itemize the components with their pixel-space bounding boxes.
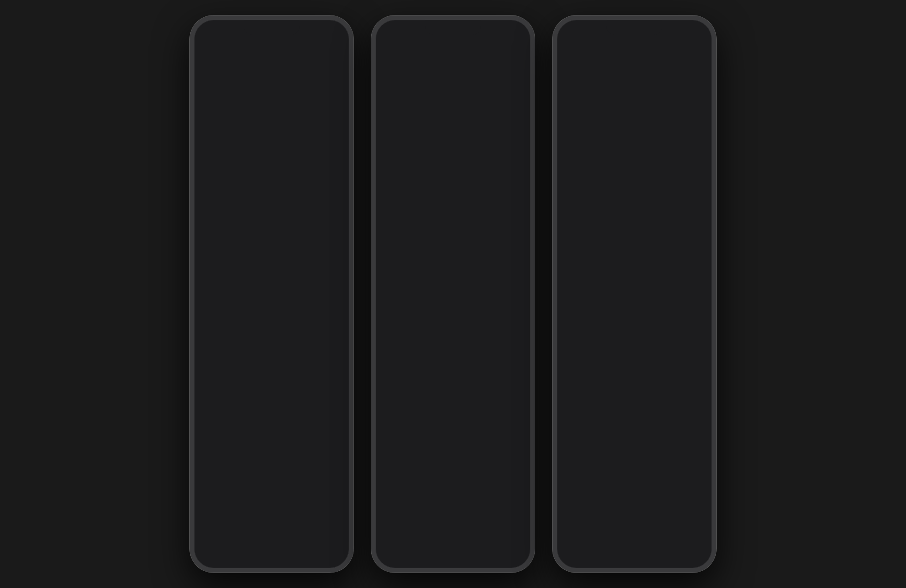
volume-silent-button [190, 91, 190, 122]
phone3-power [716, 135, 716, 183]
phone-3: 2:33 ▶ ●●● wifi ▮▮ [553, 15, 716, 573]
volume-down-button [190, 170, 190, 201]
volume-up-button [190, 130, 190, 161]
phones-container: Done App Store 🎵 Music [190, 15, 716, 573]
phone-2: Wed 8 🌤 5:34AM 2:32 − 🌙 20° Clear H:30° … [371, 15, 535, 573]
phone2-volume-silent [371, 91, 372, 122]
phone3-volume-down [553, 170, 553, 201]
phone3-volume-up [553, 130, 553, 161]
phone2-power [534, 135, 535, 183]
power-button [353, 135, 353, 183]
phone2-volume-up [371, 130, 372, 161]
phone2-volume-down [371, 170, 372, 201]
phone3-volume-silent [553, 91, 553, 122]
phone-1: Done App Store 🎵 Music [190, 15, 353, 573]
